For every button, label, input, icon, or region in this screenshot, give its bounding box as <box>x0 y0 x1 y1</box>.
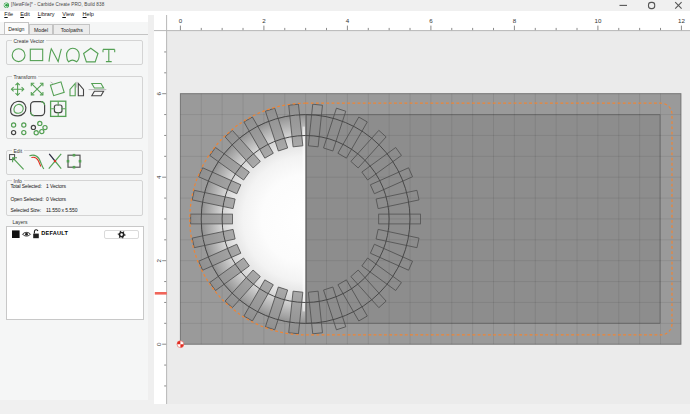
svg-text:6: 6 <box>429 17 433 24</box>
svg-text:6: 6 <box>155 91 162 95</box>
svg-text:4: 4 <box>155 175 162 179</box>
svg-text:2: 2 <box>262 17 266 24</box>
svg-text:0: 0 <box>179 17 183 24</box>
svg-text:10: 10 <box>594 17 601 24</box>
svg-text:0: 0 <box>155 342 162 346</box>
svg-text:4: 4 <box>346 17 350 24</box>
svg-text:8: 8 <box>513 17 517 24</box>
svg-text:2: 2 <box>155 258 162 262</box>
svg-text:12: 12 <box>678 17 685 24</box>
